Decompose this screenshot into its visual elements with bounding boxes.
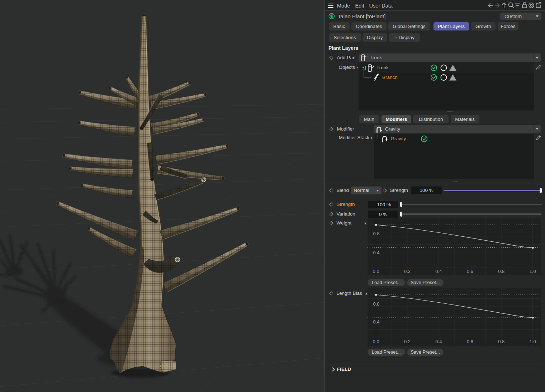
- svg-text:0.2: 0.2: [404, 269, 411, 274]
- svg-text:0.8: 0.8: [373, 231, 379, 236]
- svg-text:0.6: 0.6: [466, 269, 473, 274]
- svg-text:1.0: 1.0: [529, 269, 536, 274]
- svg-text:0.8: 0.8: [498, 269, 504, 274]
- svg-text:0.4: 0.4: [435, 269, 442, 274]
- svg-text:1.0: 1.0: [529, 339, 536, 344]
- svg-text:0.8: 0.8: [498, 339, 504, 344]
- svg-text:0.2: 0.2: [404, 339, 411, 344]
- svg-text:0.0: 0.0: [373, 269, 379, 274]
- svg-text:0.4: 0.4: [435, 339, 442, 344]
- svg-text:0.4: 0.4: [373, 250, 379, 255]
- svg-text:0.0: 0.0: [373, 339, 379, 344]
- svg-text:0.8: 0.8: [373, 301, 379, 307]
- svg-text:0.4: 0.4: [373, 319, 379, 325]
- svg-text:0.6: 0.6: [466, 339, 473, 344]
